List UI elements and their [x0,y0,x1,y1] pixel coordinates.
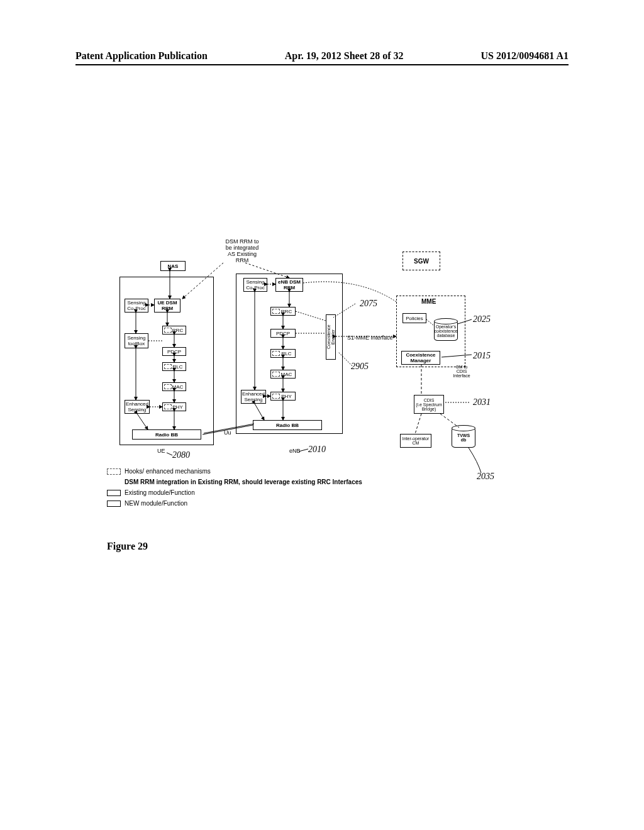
enb-mac: MAC [270,370,296,379]
ref-2025: 2025 [473,314,491,324]
ref-2075: 2075 [360,299,377,309]
operators-db: Operator'scoexistencedatabase [434,321,458,341]
ref-2010: 2010 [308,445,326,455]
legend-note-label: DSM RRM integration in Existing RRM, sho… [125,479,362,485]
ue-rrc: RRC [162,326,186,335]
legend-new: NEW module/Function [107,500,362,507]
ue-pdcp: PDCP [162,347,186,356]
inter-op-cm: Inter-operatorCM [400,434,431,448]
ue-rlc: RLC [162,362,186,371]
legend-hooks: Hooks/ enhanced mechanisms [107,468,362,475]
ue-radio-bb: Radio BB [132,429,201,440]
cdis-box: CDIS(i.e SpectrumBridge) [414,395,444,414]
figure-area: DSM RRM tobe integratedAS ExistingRRM NA… [107,239,547,465]
enb-rrc: RRC [270,307,296,316]
ref-2015: 2015 [473,351,491,361]
ue-mac: MAC [162,382,186,391]
ref-2080: 2080 [172,450,190,460]
cm-to-cdis-label: CM toCDISInterface [451,365,472,378]
s1-mme-label: S1-MME Interface [347,335,393,341]
ue-label: UE [157,448,165,454]
enb-enhanced-sensing: EnhancedSensing [241,390,266,404]
page-header: Patent Application Publication Apr. 19, … [75,50,569,62]
ue-sensing-coproc: SensingCo-Proc [125,299,148,313]
tvws-db: TVWSdb [452,428,475,448]
legend-existing-label: Existing module/Function [125,489,195,496]
sensing-toolbox: SensingtoolBox [125,333,148,348]
svg-line-35 [167,453,172,455]
uu-label: Uu [224,429,231,436]
legend-existing: Existing module/Function [107,489,362,496]
ue-enhanced-sensing: EnhancedSensing [125,400,150,414]
svg-line-39 [415,414,421,434]
enb-phy: PHY [270,392,296,401]
legend-new-label: NEW module/Function [125,500,187,507]
legend-note: DSM RRM integration in Existing RRM, sho… [125,479,362,485]
header-left: Patent Application Publication [75,50,208,62]
legend-hooks-label: Hooks/ enhanced mechanisms [125,468,211,475]
nas-box: NAS [160,261,186,271]
legend: Hooks/ enhanced mechanisms DSM RRM integ… [107,468,362,511]
enb-sensing-coproc: SensingCo-Proc [243,278,267,292]
policies-box: Policies [402,313,426,323]
coexistence-manager: CoexistenceManager [401,351,440,365]
header-right: US 2012/0094681 A1 [480,50,569,62]
enb-radio-bb: Radio BB [253,420,322,430]
header-center: Apr. 19, 2012 Sheet 28 of 32 [285,50,404,62]
enb-label: eNB [289,448,301,454]
ref-2035: 2035 [477,472,494,482]
enb-dsm-rrm: eNB DSMRRM [275,278,303,292]
ue-phy: PHY [162,402,186,411]
ref-2905: 2905 [351,362,369,372]
mme-label: MME [421,298,436,305]
enb-rlc: RLC [270,349,296,358]
header-rule [75,64,569,65]
coexistence-enabler: CoexistenceEnabler [326,314,336,360]
top-note: DSM RRM tobe integratedAS ExistingRRM [217,239,267,264]
ref-2031: 2031 [473,397,491,407]
ue-dsm-rrm: UE DSMRRM [154,299,180,313]
figure-caption: Figure 29 [107,541,148,552]
enb-pdcp: PDCP [270,329,296,338]
sgw-box: SGW [402,252,440,270]
